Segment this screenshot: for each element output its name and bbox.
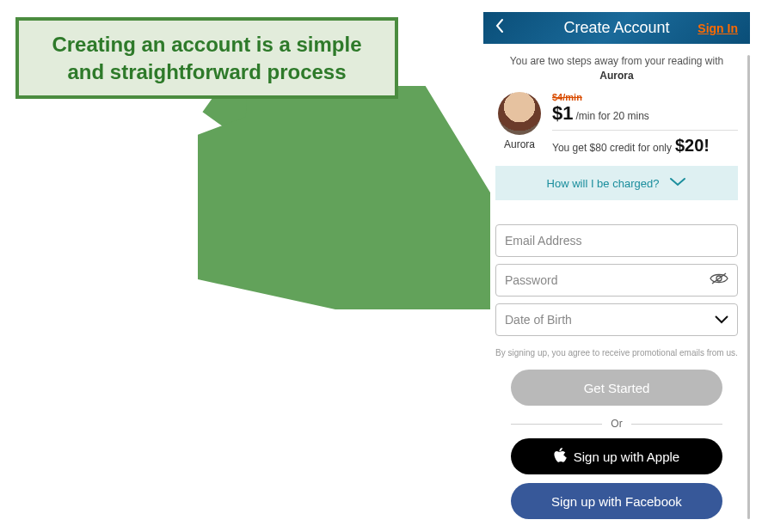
old-price: $4/min [552,92,738,102]
signup-form: By signing up, you agree to receive prom… [495,224,738,358]
avatar-column: Aurora [495,92,544,150]
dob-field-wrapper[interactable] [495,303,738,336]
or-divider: Or [511,418,722,430]
advisor-row: Aurora $4/min $1 /min for 20 mins You ge… [495,92,738,156]
chevron-down-icon [669,177,686,190]
sign-in-link[interactable]: Sign In [697,21,738,35]
credit-amount: $20! [675,136,710,156]
email-field-wrapper [495,224,738,257]
lead-prefix: You are two steps away from your reading… [510,55,723,67]
get-started-label: Get Started [584,381,650,395]
advisor-name: Aurora [504,138,535,150]
lead-text: You are two steps away from your reading… [495,54,738,83]
price-suffix: /min for 20 mins [575,110,648,122]
email-field[interactable] [505,234,728,248]
apple-icon [554,448,567,466]
sign-up-apple-button[interactable]: Sign up with Apple [511,438,722,474]
lead-advisor-name: Aurora [599,70,633,82]
charge-info-bar[interactable]: How will I be charged? [495,166,738,200]
signup-panel: Create Account Sign In You are two steps… [483,12,750,519]
show-password-icon[interactable] [710,272,728,289]
avatar [498,92,541,135]
annotation-callout: Creating an account is a simple and stra… [15,17,398,99]
sign-up-facebook-button[interactable]: Sign up with Facebook [511,483,722,519]
panel-body: You are two steps away from your reading… [483,44,750,519]
disclaimer-text: By signing up, you agree to receive prom… [495,348,738,358]
credit-line: You get $80 credit for only $20! [552,136,738,156]
or-text: Or [611,418,622,430]
annotation-text: Creating an account is a simple and stra… [34,31,379,84]
password-field-wrapper [495,264,738,297]
get-started-button[interactable]: Get Started [511,370,722,406]
credit-text: You get $80 credit for only [552,142,672,154]
password-field[interactable] [505,273,728,287]
new-price: $1 [552,102,573,125]
price-column: $4/min $1 /min for 20 mins You get $80 c… [552,92,738,156]
charge-info-label: How will I be charged? [547,177,660,190]
divider-line [631,424,722,425]
price-line: $1 /min for 20 mins [552,102,738,125]
back-icon[interactable] [494,18,506,38]
titlebar: Create Account Sign In [483,12,750,44]
divider [552,130,738,131]
divider-line [511,424,602,425]
apple-button-label: Sign up with Apple [574,449,679,464]
annotation-arrow [198,86,490,309]
facebook-button-label: Sign up with Facebook [551,494,682,509]
page-title: Create Account [563,19,669,37]
svg-line-0 [215,95,456,266]
scrollbar[interactable] [747,55,750,519]
dob-field[interactable] [505,313,728,327]
